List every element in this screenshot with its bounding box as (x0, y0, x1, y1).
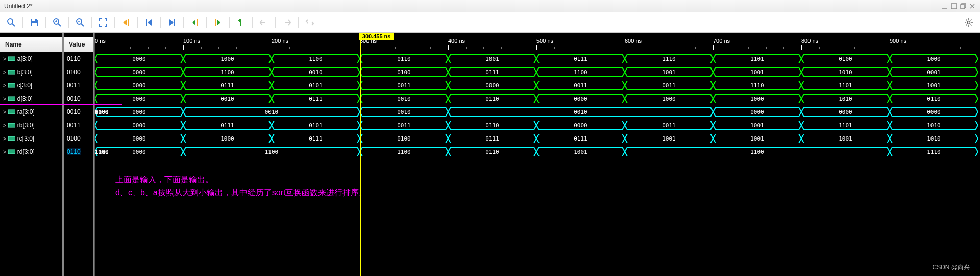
save-button[interactable] (27, 15, 41, 30)
signal-value-row[interactable]: 0110 (64, 52, 93, 65)
close-icon[interactable] (969, 3, 976, 10)
bus-segment (183, 134, 272, 143)
signal-name: d[3:0] (17, 95, 33, 102)
expand-icon[interactable]: > (3, 83, 6, 88)
add-marker-button[interactable] (234, 15, 248, 30)
minimize-icon[interactable] (941, 3, 948, 10)
settings-button[interactable] (962, 15, 976, 30)
waveform-row[interactable]: 0000001000100010000000000000100001000001 (95, 105, 980, 119)
waveform-row[interactable]: 0000001001110010011000001000100010100110 (95, 92, 980, 105)
signal-name-row[interactable]: >rd[3:0] (0, 145, 62, 158)
zoom-fit-button[interactable] (96, 15, 110, 30)
signal-value-row[interactable]: 0100 (64, 65, 93, 79)
waveform-row[interactable]: 0000100011000110100101111110110101001000 (95, 52, 980, 65)
svg-marker-25 (217, 20, 220, 25)
bus-segment (272, 54, 360, 63)
bus-segment (890, 94, 978, 103)
prev-transition-button[interactable] (119, 15, 133, 30)
signal-value-row[interactable]: 0011 (64, 79, 93, 92)
bus-segment (801, 134, 890, 143)
svg-line-6 (12, 24, 15, 26)
signal-name-row[interactable]: >rc[3:0] (0, 132, 62, 145)
bus-segment (183, 67, 272, 77)
svg-rect-35 (8, 97, 15, 101)
signal-value: 0011 (67, 82, 81, 89)
waveform-row[interactable]: 0000100001110100011101111001100110011010 (95, 132, 980, 145)
bus-segment (272, 67, 360, 77)
bus-segment (536, 147, 625, 156)
waveform-row[interactable]: 0000110011000110100111001110111011011001 (95, 145, 980, 158)
bus-segment (713, 107, 801, 117)
zoom-out-button[interactable] (73, 15, 87, 30)
signal-value: 0110 (67, 55, 81, 62)
signal-value-row[interactable]: 0010 (64, 92, 93, 105)
signal-panel: Name >a[3:0]>b[3:0]>c[3:0]>d[3:0]>ra[3:0… (0, 33, 95, 276)
bus-segment (448, 107, 713, 117)
signal-value-row[interactable]: 0010 (64, 105, 93, 119)
bus-segment (713, 67, 801, 77)
value-column-header[interactable]: Value (64, 37, 93, 52)
svg-line-10 (58, 24, 61, 26)
name-column-header[interactable]: Name (0, 37, 62, 52)
go-first-button[interactable] (142, 15, 156, 30)
svg-rect-1 (951, 4, 957, 9)
ruler-tick: 200 ns (272, 38, 288, 44)
signal-name: a[3:0] (17, 55, 33, 62)
bus-segment (183, 54, 272, 63)
bus-segment (272, 94, 360, 103)
expand-icon[interactable]: > (3, 149, 6, 155)
signal-name-row[interactable]: >c[3:0] (0, 79, 62, 92)
expand-icon[interactable]: > (3, 70, 6, 75)
signal-name-row[interactable]: >a[3:0] (0, 52, 62, 65)
bus-segment (801, 121, 890, 130)
expand-icon[interactable]: > (3, 56, 6, 62)
bus-segment (448, 147, 536, 156)
bus-segment (360, 134, 448, 143)
waveform-row[interactable]: 0000011101010011000000110011111011011001 (95, 79, 980, 92)
cursor-line[interactable] (360, 33, 361, 276)
svg-rect-34 (8, 83, 15, 87)
expand-icon[interactable]: > (3, 96, 6, 102)
search-button[interactable] (4, 15, 18, 30)
signal-name-row[interactable]: >d[3:0] (0, 92, 62, 105)
signal-value-row[interactable]: 0110 (64, 145, 93, 158)
bus-segment (272, 134, 360, 143)
bus-segment (360, 107, 448, 117)
restore-icon[interactable] (960, 3, 967, 10)
title-bar: Untitled 2* (0, 0, 980, 12)
waveform-row[interactable]: 0000011101010011011000000011100111011010 (95, 119, 980, 132)
signal-name-row[interactable]: >ra[3:0] (0, 105, 62, 119)
bus-segment (890, 107, 978, 117)
signal-name-row[interactable]: >rb[3:0] (0, 119, 62, 132)
swap-left-button[interactable] (257, 15, 271, 30)
go-last-button[interactable] (165, 15, 179, 30)
signal-value-row[interactable]: 0100 (64, 132, 93, 145)
bus-segment (360, 94, 448, 103)
maximize-icon[interactable] (950, 3, 958, 10)
bus-segment (890, 121, 978, 130)
bus-icon (8, 56, 15, 62)
bus-segment (625, 67, 713, 77)
bus-segment (890, 134, 978, 143)
swap-right-button[interactable] (280, 15, 294, 30)
time-ruler[interactable]: 0 ns100 ns200 ns300 ns400 ns500 ns600 ns… (95, 38, 980, 52)
zoom-in-button[interactable] (50, 15, 64, 30)
bus-segment (625, 81, 713, 90)
next-marker-button[interactable] (211, 15, 225, 30)
cursor-flag[interactable]: 300.455 ns (359, 33, 394, 40)
expand-icon[interactable]: > (3, 109, 6, 115)
bus-segment (95, 67, 183, 77)
prev-marker-button[interactable] (188, 15, 202, 30)
svg-rect-39 (8, 150, 15, 154)
expand-icon[interactable]: > (3, 136, 6, 142)
swap-both-button[interactable] (303, 15, 317, 30)
waveform-viewer[interactable]: 0 ns100 ns200 ns300 ns400 ns500 ns600 ns… (95, 33, 980, 276)
bus-segment (890, 81, 978, 90)
waveform-row[interactable]: 0000110000100100011111001001100110100001 (95, 65, 980, 79)
signal-name: rb[3:0] (17, 122, 35, 129)
signal-name-row[interactable]: >b[3:0] (0, 65, 62, 79)
bus-segment (713, 121, 801, 130)
bus-segment (448, 94, 536, 103)
signal-value-row[interactable]: 0011 (64, 119, 93, 132)
expand-icon[interactable]: > (3, 123, 6, 128)
